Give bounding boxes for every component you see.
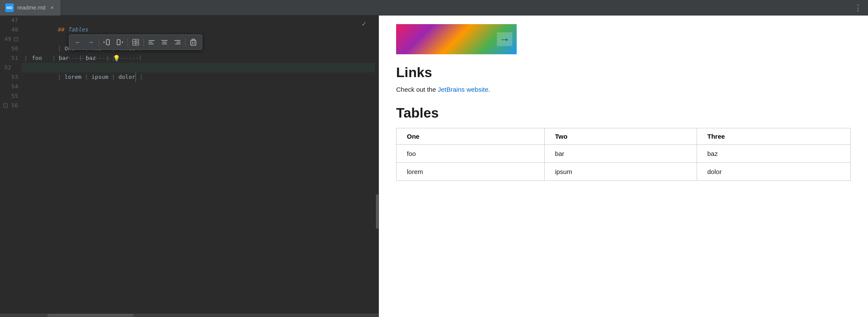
links-text-after: .: [488, 86, 490, 93]
line-numbers: 47 48 49 − 50 51: [0, 16, 22, 314]
editor-line-54: [22, 82, 375, 91]
preview-image: [396, 24, 517, 54]
table-toolbar: ← →: [69, 34, 202, 50]
preview-pane: Links Check out the JetBrains website. T…: [379, 16, 868, 317]
editor-line-55: [22, 91, 375, 101]
svg-rect-0: [106, 40, 109, 45]
editor-line-51: | foo | bar | baz | 💡: [22, 53, 375, 63]
links-paragraph: Check out the JetBrains website.: [396, 86, 851, 93]
align-center-button[interactable]: [158, 37, 170, 48]
line-number-55: 55: [0, 91, 18, 101]
insert-col-before-button[interactable]: [101, 37, 113, 48]
toolbar-sep-2: [127, 38, 128, 47]
toolbar-sep-1: [99, 38, 99, 47]
table-cell-baz: baz: [697, 145, 850, 163]
table-header-two: Two: [544, 128, 697, 145]
line-number-56: − 56: [0, 101, 18, 110]
table-header-three: Three: [697, 128, 850, 145]
insert-col-after-button[interactable]: [114, 37, 126, 48]
fold-marker-56[interactable]: −: [3, 103, 8, 108]
table-cell-bar: bar: [544, 145, 697, 163]
fold-marker-52[interactable]: [14, 65, 18, 70]
tab-label: readme.md: [17, 4, 46, 11]
editor-line-52: | lorem | ipsum | dolor |: [22, 63, 375, 72]
editor-pane: 47 48 49 − 50 51: [0, 16, 379, 317]
table-cell-dolor: dolor: [697, 163, 850, 181]
move-col-right-button[interactable]: →: [85, 37, 97, 48]
editor-scrollbar[interactable]: [375, 16, 378, 314]
table-header-row: One Two Three: [397, 128, 851, 145]
editor-line-47: ## Tables: [22, 16, 375, 25]
toolbar-sep-4: [185, 38, 186, 47]
line-number-48: 48: [0, 25, 18, 34]
line-number-51: 51: [0, 53, 18, 63]
editor-line-48: [22, 25, 375, 34]
table-cell-foo: foo: [397, 145, 545, 163]
more-options-button[interactable]: ⋮: [848, 3, 868, 12]
tab-readme[interactable]: MD readme.md ×: [0, 0, 61, 16]
bulb-icon[interactable]: 💡: [113, 53, 120, 63]
editor-line-53: [22, 72, 375, 82]
table-header-one: One: [397, 128, 545, 145]
move-col-left-button[interactable]: ←: [72, 37, 84, 48]
table-row: lorem ipsum dolor: [397, 163, 851, 181]
table-cell-ipsum: ipsum: [544, 163, 697, 181]
line-number-47: 47: [0, 16, 18, 25]
line-number-50: 50: [0, 44, 18, 53]
toolbar-sep-3: [143, 38, 144, 47]
tab-bar: MD readme.md × ⋮: [0, 0, 868, 16]
jetbrains-link[interactable]: JetBrains website: [438, 86, 489, 93]
check-mark: ✓: [362, 19, 366, 28]
preview-table: One Two Three foo bar baz lorem ipsum do…: [396, 128, 851, 181]
align-right-button[interactable]: [171, 37, 183, 48]
col-align-button[interactable]: [130, 37, 142, 48]
line-number-52: 52: [0, 63, 18, 72]
fold-marker-49[interactable]: −: [14, 37, 18, 41]
links-heading: Links: [396, 65, 851, 81]
align-left-button[interactable]: [146, 37, 158, 48]
editor-content: 47 48 49 − 50 51: [0, 16, 378, 314]
scrollbar-thumb[interactable]: [376, 194, 378, 229]
delete-col-button[interactable]: [187, 37, 199, 48]
tables-heading: Tables: [396, 105, 851, 121]
editor-line-56: [22, 101, 375, 110]
svg-rect-22: [191, 40, 196, 45]
svg-rect-3: [117, 40, 120, 45]
table-row: foo bar baz: [397, 145, 851, 163]
tab-md-icon: MD: [5, 3, 14, 12]
horizontal-scrollbar[interactable]: [0, 314, 378, 317]
editor-lines[interactable]: ## Tables ← →: [22, 16, 375, 314]
links-text-before: Check out the: [396, 86, 438, 93]
line-number-54: 54: [0, 82, 18, 91]
main-area: 47 48 49 − 50 51: [0, 16, 868, 317]
table-cell-lorem: lorem: [397, 163, 545, 181]
line-number-53: 53: [0, 72, 18, 82]
tab-close-button[interactable]: ×: [49, 4, 56, 12]
h-scrollbar-thumb[interactable]: [47, 314, 133, 317]
line-number-49: 49 −: [0, 34, 18, 44]
